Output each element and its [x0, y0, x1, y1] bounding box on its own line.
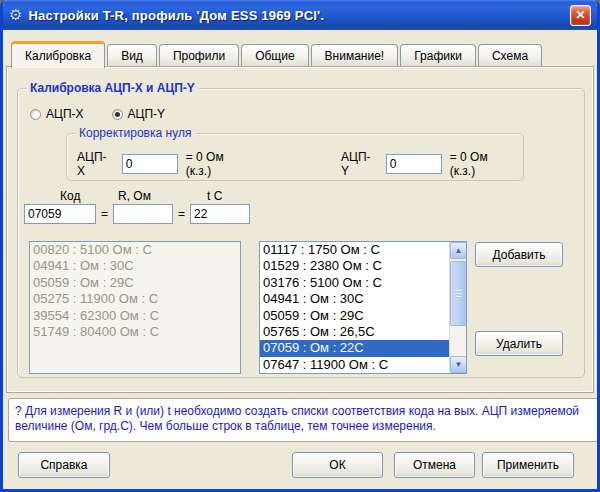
apply-button[interactable]: Применить [482, 452, 574, 478]
help-text-panel: ? Для измерения R и (или) t необходимо с… [8, 398, 598, 442]
tab-profiles[interactable]: Профили [159, 44, 239, 68]
resistance-input[interactable] [113, 204, 173, 224]
tab-page-calibration: Калибровка АЦП-X и АЦП-Y АЦП-X АЦП-Y Кор… [7, 67, 593, 392]
left-list-item: 51749 : 80400 Ом : C [30, 324, 240, 340]
calibration-group-title: Калибровка АЦП-X и АЦП-Y [26, 81, 199, 95]
tab-graphs[interactable]: Графики [400, 44, 476, 68]
zero-correction-groupbox: Корректировка нуля АЦП-X = 0 Ом (к.з.) А… [66, 133, 524, 181]
add-button[interactable]: Добавить [475, 242, 563, 267]
right-list-item[interactable]: 07647 : 11900 Ом : C [260, 357, 449, 373]
adc-y-zero-input[interactable] [386, 154, 442, 174]
entry-row: = = [24, 204, 250, 224]
right-list-item[interactable]: 03176 : 5100 Ом : C [260, 275, 449, 291]
left-list-item: 05275 : 11900 Ом : C [30, 291, 240, 307]
zero-correction-row: АЦП-X = 0 Ом (к.з.) АЦП-Y = 0 Ом (к.з.) [77, 150, 515, 178]
scroll-down-icon[interactable]: ▼ [450, 356, 467, 373]
adc-x-zero-suffix: = 0 Ом (к.з.) [186, 150, 251, 178]
left-list-item: 39554 : 62300 Ом : C [30, 308, 240, 324]
code-input[interactable] [24, 204, 96, 224]
adc-x-zero-input[interactable] [122, 154, 178, 174]
left-list-item: 04941 : Ом : 30C [30, 258, 240, 274]
right-list-item[interactable]: 05765 : Ом : 26,5C [260, 324, 449, 340]
temperature-input[interactable] [190, 204, 250, 224]
temperature-column-label: t C [207, 189, 222, 203]
list-scrollbar[interactable]: ▲ ▼ [449, 242, 466, 373]
adc-x-label: АЦП-X [77, 150, 114, 178]
adc-y-zero-suffix: = 0 Ом (к.з.) [450, 150, 515, 178]
tab-calibration[interactable]: Калибровка [11, 41, 105, 68]
radio-adc-y-label: АЦП-Y [128, 107, 166, 121]
right-list-item[interactable]: 04941 : Ом : 30C [260, 291, 449, 307]
scroll-up-icon[interactable]: ▲ [450, 242, 467, 259]
close-button[interactable]: ✕ [570, 5, 591, 26]
right-list-item[interactable]: 05059 : Ом : 29C [260, 308, 449, 324]
adc-y-label: АЦП-Y [341, 150, 378, 178]
code-column-label: Код [60, 189, 80, 203]
right-list-item[interactable]: 07059 : Ом : 22C [260, 340, 449, 356]
left-list-item: 00820 : 5100 Ом : C [30, 242, 240, 258]
radio-adc-y[interactable]: АЦП-Y [112, 107, 166, 121]
radio-circle-icon [112, 109, 123, 120]
cancel-button[interactable]: Отмена [394, 452, 475, 478]
help-button[interactable]: Справка [18, 452, 110, 478]
window-title: Настройки T-R, профиль 'Дом ESS 1969 PCI… [28, 8, 570, 23]
calibration-groupbox: Калибровка АЦП-X и АЦП-Y АЦП-X АЦП-Y Кор… [17, 88, 585, 378]
settings-dialog: ⚙ Настройки T-R, профиль 'Дом ESS 1969 P… [0, 0, 600, 492]
delete-button[interactable]: Удалить [475, 331, 563, 356]
tab-view[interactable]: Вид [107, 44, 157, 68]
calibration-list-disabled: 00820 : 5100 Ом : C 04941 : Ом : 30C 050… [29, 241, 241, 374]
close-icon: ✕ [575, 8, 585, 22]
gear-icon: ⚙ [9, 6, 22, 24]
right-list-item[interactable]: 01117 : 1750 Ом : C [260, 242, 449, 258]
radio-adc-x[interactable]: АЦП-X [30, 107, 84, 121]
radio-adc-x-label: АЦП-X [46, 107, 84, 121]
right-list-item[interactable]: 01529 : 2380 Ом : C [260, 258, 449, 274]
calibration-list-active[interactable]: 01117 : 1750 Ом : C 01529 : 2380 Ом : C … [259, 241, 467, 374]
resistance-column-label: R, Ом [118, 189, 151, 203]
ok-button[interactable]: ОК [292, 452, 383, 478]
radio-circle-icon [30, 109, 41, 120]
tab-strip: Калибровка Вид Профили Общие Внимание! Г… [11, 41, 544, 68]
tab-attention[interactable]: Внимание! [311, 44, 399, 68]
title-bar: ⚙ Настройки T-R, профиль 'Дом ESS 1969 P… [3, 0, 597, 30]
zero-correction-title: Корректировка нуля [75, 126, 195, 140]
equals-sign: = [101, 207, 108, 221]
tab-general[interactable]: Общие [241, 44, 308, 68]
equals-sign: = [178, 207, 185, 221]
scrollbar-thumb[interactable] [450, 261, 467, 326]
left-list-item: 05059 : Ом : 29C [30, 275, 240, 291]
adc-radio-group: АЦП-X АЦП-Y [30, 107, 193, 121]
tab-schema[interactable]: Схема [478, 44, 542, 68]
